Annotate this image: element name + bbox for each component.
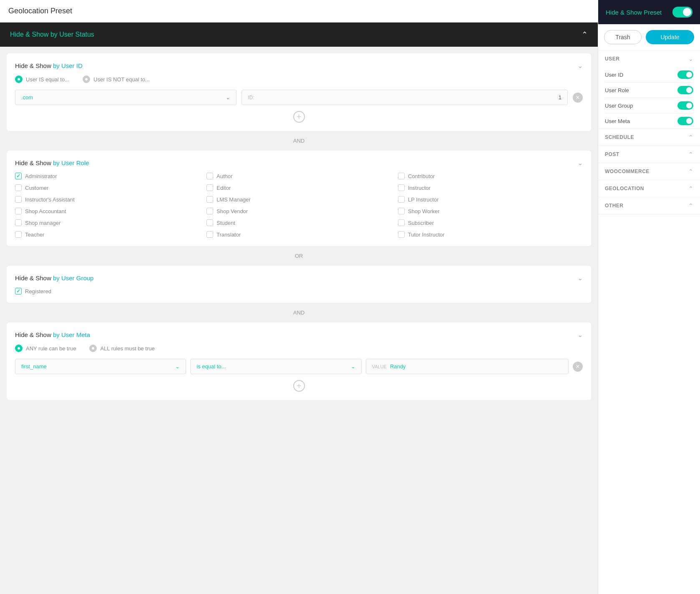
- role-student-checkbox: [206, 219, 213, 226]
- trash-button[interactable]: Trash: [604, 30, 642, 44]
- role-subscriber[interactable]: Subscriber: [398, 219, 583, 226]
- preset-toggle[interactable]: [672, 7, 692, 18]
- rp-section-woocommerce: WOOCOMMERCE ⌃: [598, 163, 700, 180]
- radio-is-not-equal[interactable]: User IS NOT equal to...: [83, 76, 150, 83]
- rp-woocommerce-header[interactable]: WOOCOMMERCE ⌃: [598, 163, 700, 180]
- role-shop-vendor-checkbox: [206, 208, 213, 214]
- role-shop-worker[interactable]: Shop Worker: [398, 208, 583, 214]
- role-shop-accountant[interactable]: Shop Accountant: [15, 208, 200, 214]
- rp-user-header[interactable]: USER ⌄: [598, 50, 700, 67]
- user-group-chevron[interactable]: ⌄: [577, 274, 583, 282]
- meta-operator-select[interactable]: is equal to... ⌄: [190, 359, 361, 374]
- rp-other-chevron: ⌃: [688, 202, 693, 209]
- role-author[interactable]: Author: [206, 173, 391, 179]
- user-meta-add-button[interactable]: +: [293, 380, 305, 392]
- user-id-remove-button[interactable]: ×: [573, 93, 583, 103]
- user-id-add-button[interactable]: +: [293, 111, 305, 123]
- role-instructors-assistant-checkbox: [15, 196, 22, 203]
- user-role-toggle[interactable]: [677, 86, 693, 94]
- meta-remove-button[interactable]: ×: [573, 362, 583, 372]
- meta-key-select[interactable]: first_name ⌄: [15, 359, 186, 374]
- role-tutor-instructor[interactable]: Tutor Instructor: [398, 231, 583, 238]
- rp-geolocation-chevron: ⌃: [688, 185, 693, 192]
- rp-other-header[interactable]: OTHER ⌃: [598, 197, 700, 214]
- role-author-checkbox: [206, 173, 213, 179]
- role-teacher-checkbox: [15, 231, 22, 238]
- user-role-section: Hide & Show by User Role ⌄ Administrator…: [7, 151, 591, 246]
- role-instructor-checkbox: [398, 184, 405, 191]
- rp-section-user: USER ⌄ User ID User Role User Group User…: [598, 50, 700, 129]
- role-lp-instructor[interactable]: LP Instructor: [398, 196, 583, 203]
- header-title: Hide & Show by User Status: [10, 31, 94, 38]
- radio-all-rules-dot: [89, 345, 97, 352]
- role-editor-checkbox: [206, 184, 213, 191]
- rp-post-header[interactable]: POST ⌃: [598, 146, 700, 163]
- rp-post-chevron: ⌃: [688, 151, 693, 158]
- divider-and-2: AND: [0, 310, 598, 316]
- user-meta-input-row: first_name ⌄ is equal to... ⌄ VALUE Rand…: [15, 359, 583, 374]
- user-role-chevron[interactable]: ⌄: [577, 159, 583, 167]
- radio-any-rule-label: ANY rule can be true: [26, 345, 76, 352]
- meta-operator-chevron-icon: ⌄: [351, 363, 355, 370]
- user-meta-toggle[interactable]: [677, 117, 693, 125]
- role-shop-vendor[interactable]: Shop Vendor: [206, 208, 391, 214]
- user-id-field[interactable]: ID: 1: [242, 90, 568, 105]
- user-role-grid: Administrator Author Contributor Custome…: [15, 173, 583, 238]
- role-customer[interactable]: Customer: [15, 184, 200, 191]
- update-button[interactable]: Update: [646, 30, 694, 44]
- rp-user-label: USER: [605, 56, 619, 62]
- user-id-site-select[interactable]: .com ⌄: [15, 90, 237, 105]
- role-instructors-assistant[interactable]: Instructor's Assistant: [15, 196, 200, 203]
- role-administrator[interactable]: Administrator: [15, 173, 200, 179]
- role-shop-manager[interactable]: Shop manager: [15, 219, 200, 226]
- rp-section-schedule: SCHEDULE ⌃: [598, 129, 700, 146]
- role-tutor-instructor-checkbox: [398, 231, 405, 238]
- user-meta-radio-row: ANY rule can be true ALL rules must be t…: [15, 345, 583, 352]
- role-lms-manager[interactable]: LMS Manager: [206, 196, 391, 203]
- role-contributor-checkbox: [398, 173, 405, 179]
- role-contributor[interactable]: Contributor: [398, 173, 583, 179]
- header-chevron-up[interactable]: ⌃: [582, 30, 588, 39]
- role-administrator-checkbox: [15, 173, 22, 179]
- role-editor[interactable]: Editor: [206, 184, 391, 191]
- role-lms-manager-checkbox: [206, 196, 213, 203]
- rp-actions: Trash Update: [598, 24, 700, 50]
- rp-user-role-row: User Role: [598, 83, 700, 98]
- radio-is-equal-dot: [15, 76, 23, 83]
- user-id-toggle[interactable]: [677, 70, 693, 79]
- radio-any-rule[interactable]: ANY rule can be true: [15, 345, 76, 352]
- role-instructor[interactable]: Instructor: [398, 184, 583, 191]
- user-group-grid: Registered: [15, 288, 583, 294]
- radio-any-rule-dot: [15, 345, 23, 352]
- rp-title: Hide & Show Preset: [606, 9, 662, 16]
- radio-is-equal-label: User IS equal to...: [26, 76, 69, 83]
- rp-geolocation-header[interactable]: GEOLOCATION ⌃: [598, 180, 700, 197]
- right-panel: Hide & Show Preset Trash Update USER ⌄ U…: [598, 0, 700, 594]
- user-id-chevron[interactable]: ⌄: [577, 62, 583, 70]
- rp-schedule-label: SCHEDULE: [605, 134, 634, 140]
- user-meta-add-row: +: [15, 380, 583, 392]
- rp-section-geolocation: GEOLOCATION ⌃: [598, 180, 700, 197]
- role-student[interactable]: Student: [206, 219, 391, 226]
- rp-woocommerce-chevron: ⌃: [688, 168, 693, 175]
- role-teacher[interactable]: Teacher: [15, 231, 200, 238]
- radio-all-rules[interactable]: ALL rules must be true: [89, 345, 154, 352]
- rp-user-chevron: ⌄: [688, 55, 693, 62]
- meta-value-field[interactable]: VALUE Randy: [366, 359, 569, 374]
- user-meta-title: Hide & Show by User Meta ⌄: [15, 331, 583, 339]
- user-meta-chevron[interactable]: ⌄: [577, 331, 583, 339]
- rp-user-meta-row: User Meta: [598, 113, 700, 128]
- rp-woocommerce-label: WOOCOMMERCE: [605, 169, 650, 174]
- title-bar: [0, 0, 598, 23]
- group-registered[interactable]: Registered: [15, 288, 200, 294]
- rp-header: Hide & Show Preset: [598, 0, 700, 24]
- role-translator[interactable]: Translator: [206, 231, 391, 238]
- user-group-toggle[interactable]: [677, 101, 693, 110]
- rp-schedule-header[interactable]: SCHEDULE ⌃: [598, 129, 700, 146]
- role-shop-accountant-checkbox: [15, 208, 22, 214]
- radio-is-equal[interactable]: User IS equal to...: [15, 76, 69, 83]
- rp-other-label: OTHER: [605, 203, 624, 209]
- user-id-radio-row: User IS equal to... User IS NOT equal to…: [15, 76, 583, 83]
- preset-title-input[interactable]: [8, 7, 589, 15]
- rp-post-label: POST: [605, 151, 619, 157]
